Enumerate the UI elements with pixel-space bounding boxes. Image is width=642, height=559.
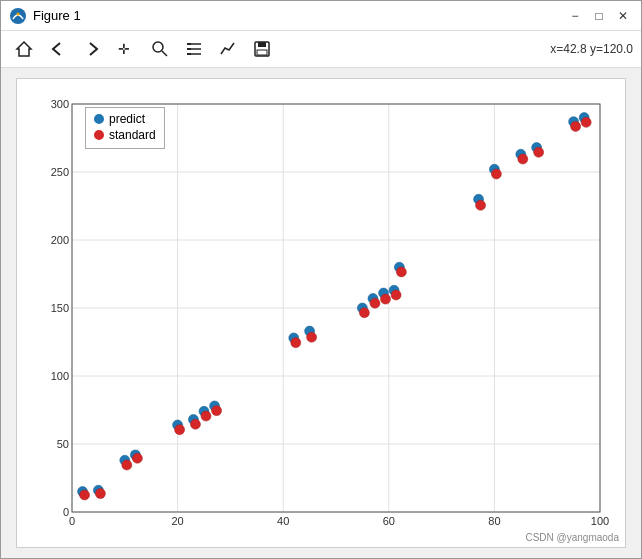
svg-rect-8 [187, 53, 191, 55]
svg-point-62 [491, 169, 501, 179]
svg-rect-7 [187, 48, 191, 50]
chart-svg [72, 99, 605, 512]
save-button[interactable] [247, 34, 277, 64]
close-button[interactable]: ✕ [613, 6, 633, 26]
title-bar: Figure 1 − □ ✕ [1, 1, 641, 31]
svg-point-34 [122, 460, 132, 470]
watermark: CSDN @yangmaoda [525, 532, 619, 543]
svg-point-40 [190, 419, 200, 429]
svg-point-1 [17, 12, 20, 15]
save-icon [253, 40, 271, 58]
zoom-button[interactable] [145, 34, 175, 64]
svg-rect-13 [258, 42, 266, 47]
maximize-button[interactable]: □ [589, 6, 609, 26]
svg-point-42 [201, 411, 211, 421]
svg-point-54 [381, 294, 391, 304]
pan-icon: ✛ [117, 40, 135, 58]
svg-marker-2 [17, 42, 31, 56]
svg-point-68 [571, 121, 581, 131]
svg-line-5 [162, 51, 167, 56]
home-button[interactable] [9, 34, 39, 64]
svg-point-58 [396, 267, 406, 277]
x-axis-label: 20 [171, 515, 183, 527]
x-axis-label: 40 [277, 515, 289, 527]
toolbar: ✛ [1, 31, 641, 68]
plot-area: predict standard 05010015020025030002040… [1, 68, 641, 558]
svg-point-36 [132, 453, 142, 463]
y-axis-label: 200 [51, 234, 69, 246]
svg-point-70 [581, 117, 591, 127]
y-axis-label: 100 [51, 370, 69, 382]
chart-container: 050100150200250300020406080100 [72, 99, 605, 512]
title-bar-left: Figure 1 [9, 7, 81, 25]
svg-point-46 [291, 338, 301, 348]
svg-rect-6 [187, 43, 191, 45]
settings-icon [185, 40, 203, 58]
window-title: Figure 1 [33, 8, 81, 23]
forward-icon [83, 40, 101, 58]
svg-point-52 [370, 298, 380, 308]
svg-point-56 [391, 290, 401, 300]
svg-rect-14 [257, 50, 267, 55]
back-icon [49, 40, 67, 58]
app-icon [9, 7, 27, 25]
y-axis-label: 50 [57, 438, 69, 450]
y-axis-label: 300 [51, 98, 69, 110]
x-axis-label: 60 [383, 515, 395, 527]
svg-point-38 [175, 425, 185, 435]
svg-point-60 [476, 200, 486, 210]
svg-text:✛: ✛ [118, 41, 130, 57]
home-icon [15, 40, 33, 58]
svg-point-48 [307, 332, 317, 342]
toolbar-left: ✛ [9, 34, 277, 64]
svg-point-44 [212, 406, 222, 416]
x-axis-label: 100 [591, 515, 609, 527]
settings-button[interactable] [179, 34, 209, 64]
svg-point-50 [359, 308, 369, 318]
x-axis-label: 80 [488, 515, 500, 527]
svg-point-0 [10, 8, 26, 24]
minimize-button[interactable]: − [565, 6, 585, 26]
y-axis-label: 250 [51, 166, 69, 178]
trend-icon [219, 40, 237, 58]
back-button[interactable] [43, 34, 73, 64]
x-axis-label: 0 [69, 515, 75, 527]
svg-point-30 [80, 490, 90, 500]
pan-button[interactable]: ✛ [111, 34, 141, 64]
cursor-coords: x=42.8 y=120.0 [550, 42, 633, 56]
trend-button[interactable] [213, 34, 243, 64]
svg-point-4 [153, 42, 163, 52]
forward-button[interactable] [77, 34, 107, 64]
window-controls: − □ ✕ [565, 6, 633, 26]
svg-point-64 [518, 154, 528, 164]
svg-point-32 [95, 489, 105, 499]
y-axis-label: 150 [51, 302, 69, 314]
svg-point-66 [534, 147, 544, 157]
figure: predict standard 05010015020025030002040… [16, 78, 626, 548]
main-window: Figure 1 − □ ✕ [0, 0, 642, 559]
zoom-icon [151, 40, 169, 58]
